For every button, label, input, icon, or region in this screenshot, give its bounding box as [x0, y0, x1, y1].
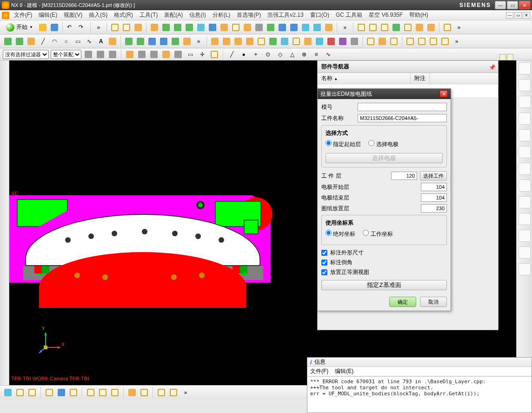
specify-z-button[interactable]: 指定Z基准面 — [321, 280, 447, 290]
arc-button[interactable]: ◠ — [49, 36, 60, 47]
radio-start-layer[interactable]: 指定起始层 — [326, 140, 361, 148]
undo-button[interactable]: ↶ — [66, 22, 76, 33]
mdi-close-button[interactable]: ✕ — [523, 12, 530, 19]
bt-6[interactable] — [68, 387, 79, 398]
menu-prefs[interactable]: 首选项(P) — [235, 10, 263, 20]
rail-btn-12[interactable] — [519, 246, 531, 259]
solid5-button[interactable] — [256, 36, 266, 47]
mdi-restore-button[interactable]: ▭ — [514, 12, 522, 19]
sel-tool-11[interactable] — [209, 49, 219, 60]
feat2-button[interactable] — [377, 36, 387, 47]
feat7-button[interactable] — [440, 36, 450, 47]
tool-c2[interactable] — [368, 22, 378, 33]
drawing-layer-input[interactable] — [421, 204, 447, 213]
sel-tool-13[interactable]: ● — [239, 49, 249, 60]
menu-format[interactable]: 格式(R) — [112, 10, 135, 20]
minimize-button[interactable]: — — [495, 1, 506, 9]
graphics-viewport[interactable]: XC — [9, 60, 316, 385]
rail-btn-5[interactable] — [519, 129, 531, 141]
col-name[interactable]: 名称 ▲ — [318, 73, 411, 84]
tool-b15[interactable] — [312, 22, 322, 33]
curve1-button[interactable] — [124, 36, 134, 47]
corner-mark[interactable] — [507, 54, 513, 60]
info-body[interactable]: *** ERROR code 670031 at line 793 in .\B… — [307, 376, 532, 413]
elec-end-input[interactable] — [421, 193, 447, 202]
solid10-button[interactable] — [314, 36, 325, 47]
corner-mark[interactable] — [499, 54, 506, 60]
tool-a3[interactable] — [133, 22, 143, 33]
tool-b10[interactable] — [254, 22, 264, 33]
tool-b16[interactable] — [324, 22, 334, 33]
elec-start-input[interactable] — [421, 183, 447, 191]
tool-c6[interactable] — [414, 22, 425, 33]
tool-b11[interactable] — [266, 22, 276, 33]
solid4-button[interactable] — [245, 36, 255, 47]
chk-iso[interactable] — [321, 269, 327, 275]
bt-7[interactable] — [86, 387, 96, 398]
rail-btn-10[interactable] — [519, 213, 531, 225]
tool-b12[interactable] — [277, 22, 287, 33]
sel-tool-18[interactable]: ⊕ — [299, 49, 309, 60]
curve6-button[interactable] — [182, 36, 192, 47]
menu-help[interactable]: 帮助(H) — [407, 10, 430, 20]
rail-btn-1[interactable] — [519, 62, 531, 74]
menu-edit[interactable]: 编辑(E) — [37, 10, 59, 20]
solid13-button[interactable] — [349, 36, 359, 47]
rail-btn-2[interactable] — [519, 79, 531, 91]
menu-xingkong[interactable]: 星空 V6.935F — [367, 10, 405, 20]
col-note[interactable]: 附注 — [411, 73, 430, 84]
model-no-input[interactable] — [358, 103, 447, 111]
sel-tool-1[interactable] — [83, 49, 93, 60]
part-name-input[interactable] — [358, 114, 447, 122]
save-button[interactable] — [49, 22, 60, 33]
info-menu-edit[interactable]: 编辑(E) — [335, 367, 353, 375]
sel-tool-5[interactable] — [137, 49, 147, 60]
open-button[interactable] — [38, 22, 48, 33]
sel-tool-2[interactable] — [95, 49, 106, 60]
bt-9[interactable] — [110, 387, 120, 398]
dialog-close-button[interactable]: ✕ — [439, 90, 448, 98]
rail-btn-3[interactable] — [519, 96, 531, 108]
menu-analysis[interactable]: 分析(L) — [211, 10, 233, 20]
curve2-button[interactable] — [135, 36, 146, 47]
curve4-button[interactable] — [159, 36, 169, 47]
sel-tool-17[interactable]: △ — [287, 49, 297, 60]
redo-button[interactable]: ↷ — [77, 22, 87, 33]
rail-btn-11[interactable] — [519, 230, 531, 242]
filter-select[interactable]: 没有选择过滤器 — [3, 50, 49, 59]
menu-insert[interactable]: 插入(S) — [87, 10, 109, 20]
curve3-button[interactable] — [147, 36, 157, 47]
text-button[interactable]: A — [96, 36, 106, 47]
feat4-button[interactable] — [405, 36, 415, 47]
overflow-button[interactable]: » — [340, 22, 350, 33]
sel-tool-3[interactable] — [107, 49, 118, 60]
tool-a2[interactable] — [121, 22, 132, 33]
solid9-button[interactable] — [303, 36, 313, 47]
radio-select-electrode[interactable]: 选择电极 — [368, 140, 398, 148]
resource-bar[interactable] — [0, 60, 9, 385]
tool-b7[interactable] — [219, 22, 229, 33]
feat5-button[interactable] — [417, 36, 427, 47]
bt-11[interactable] — [139, 387, 149, 398]
solid6-button[interactable] — [268, 36, 278, 47]
sel-tool-15[interactable]: ⊙ — [263, 49, 273, 60]
tool-a1[interactable] — [110, 22, 120, 33]
sel-tool-10[interactable]: ✛ — [197, 49, 207, 60]
sel-tool-8[interactable] — [173, 49, 183, 60]
bt-10[interactable] — [127, 387, 137, 398]
menu-info[interactable]: 信息(I) — [187, 10, 207, 20]
sel-tool-9[interactable]: ▭ — [185, 49, 195, 60]
sel-tool-7[interactable] — [161, 49, 171, 60]
circle-button[interactable]: ○ — [61, 36, 71, 47]
menu-tools[interactable]: 工具(T) — [138, 10, 160, 20]
sel-tool-6[interactable] — [149, 49, 159, 60]
tool-c4[interactable] — [391, 22, 401, 33]
maximize-button[interactable]: ▭ — [507, 1, 518, 9]
heart-button[interactable] — [107, 36, 118, 47]
solid1-button[interactable] — [210, 36, 220, 47]
chk-chamfer[interactable] — [321, 260, 327, 266]
tool-c7[interactable] — [426, 22, 436, 33]
mdi-minimize-button[interactable]: — — [506, 12, 513, 19]
sel-tool-16[interactable]: ◇ — [275, 49, 285, 60]
rail-btn-6[interactable] — [519, 146, 531, 158]
